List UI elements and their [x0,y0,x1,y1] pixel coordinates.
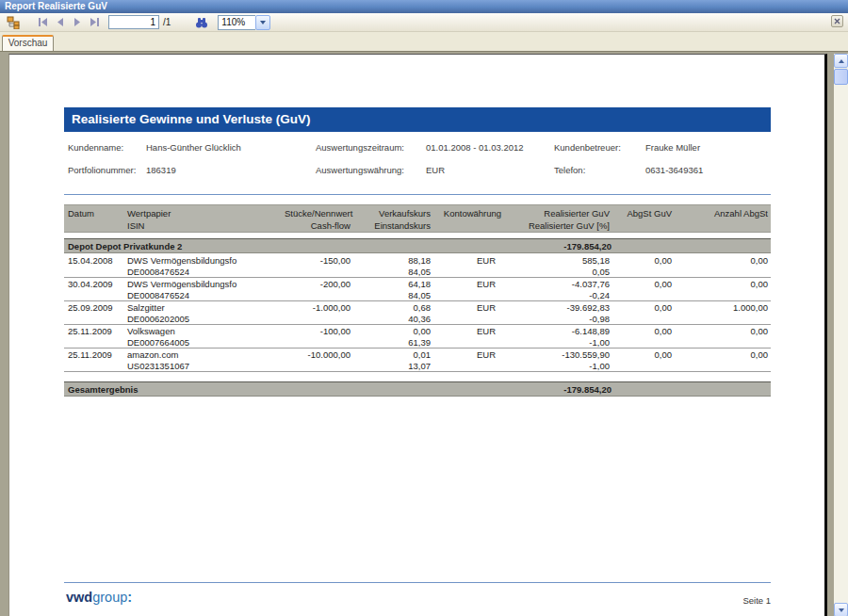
cell-guv: 585,18 [513,255,610,267]
page-total-label: /1 [163,17,171,27]
cell-anzahl: 1.000,00 [674,302,768,314]
cell-einstandskurs: 84,05 [352,290,431,300]
toolbar: /1 110% [0,13,848,32]
cell-isin: DE0006202005 [127,314,285,324]
zoom-value: 110% [218,15,255,30]
tab-bar: Vorschau [0,32,848,51]
cell-guv: -130.559,90 [513,349,610,361]
table-rows: 15.04.2008 DWS VermögensbildungsfoDE0008… [64,254,771,372]
cell-anzahl: 0,00 [674,326,768,337]
kundenbetreuer-label: Kundenbetreuer: [554,142,621,153]
tab-vorschau[interactable]: Vorschau [2,35,54,51]
page-number-input[interactable] [108,15,159,29]
cell-verkaufskurs: 0,01 [352,349,431,361]
cell-verkaufskurs: 0,68 [352,302,431,314]
table-row: 25.11.2009 VolkswagenDE0007664005 -100,0… [64,325,771,349]
cell-verkaufskurs: 64,18 [352,279,431,290]
cell-waehrung: EUR [432,279,496,290]
window-title: Report Realisierte GuV [5,1,107,11]
telefon-label: Telefon: [554,165,585,175]
cell-verkaufskurs: 88,18 [352,255,431,267]
cell-wertpapier: DWS Vermögensbildungsfo [127,279,285,290]
kundenname-value: Hans-Günther Glücklich [146,142,241,153]
cell-datum: 25.09.2009 [68,302,122,314]
cell-isin: DE0008476524 [127,290,285,300]
report-info-row-1: Kundenname: Hans-Günther Glücklich Auswe… [64,142,771,154]
report-footer: vwdgroup: Seite 1 [64,588,771,608]
auswertungswaehrung-value: EUR [426,165,445,175]
cell-guv-pct: -1,00 [513,337,610,348]
cell-wertpapier: Volkswagen [127,326,285,337]
scrollbar-thumb[interactable] [834,69,848,85]
cell-abgst: 0,00 [612,302,672,314]
window-title-bar: Report Realisierte GuV [0,0,848,13]
zoom-select[interactable]: 110% [218,15,270,30]
cell-stuecke: -10.000,00 [285,349,351,361]
report-title: Realisierte Gewinne und Verluste (GuV) [72,112,311,126]
portfolionummer-label: Portfolionummer: [68,165,136,175]
cell-abgst: 0,00 [612,326,672,337]
cell-waehrung: EUR [432,302,496,314]
chevron-down-icon [839,608,844,612]
scroll-down-button[interactable] [834,603,848,616]
cell-guv-pct: -1,00 [513,361,610,371]
cell-isin: US0231351067 [127,361,285,371]
cell-einstandskurs: 84,05 [352,267,431,277]
table-header: Datum Wertpapier ISIN Stücke/Nennwert Ca… [64,204,771,233]
vertical-scrollbar[interactable] [834,54,848,616]
first-page-button[interactable] [35,14,52,31]
cell-einstandskurs: 40,36 [352,314,431,324]
report-title-bar: Realisierte Gewinne und Verluste (GuV) [64,107,771,132]
last-page-icon [90,18,99,26]
next-page-button[interactable] [69,14,86,31]
cell-guv: -4.037,76 [513,279,610,290]
cell-verkaufskurs: 0,00 [352,326,431,337]
cell-guv-pct: 0,05 [513,267,610,277]
footer-divider-line [64,582,771,583]
close-button[interactable] [831,15,843,27]
cell-waehrung: EUR [432,349,496,361]
cell-datum: 25.11.2009 [68,326,122,337]
preview-panel: Realisierte Gewinne und Verluste (GuV) K… [0,51,848,616]
table-row: 15.04.2008 DWS VermögensbildungsfoDE0008… [64,254,771,278]
col-header-verkaufskurs: Verkaufskurs Einstandskurs [352,205,432,232]
next-page-icon [73,18,81,26]
cell-guv-pct: -0,24 [513,290,610,300]
cell-abgst: 0,00 [612,255,672,267]
vwd-group-logo: vwdgroup: [66,590,132,605]
cell-stuecke: -150,00 [285,255,351,267]
group-tree-toggle-button[interactable] [3,14,24,31]
cell-guv: -6.148,89 [513,326,610,337]
cell-guv: -39.692,83 [513,302,610,314]
last-page-button[interactable] [86,14,103,31]
cell-stuecke: -200,00 [285,279,351,290]
scroll-up-button[interactable] [834,54,848,68]
col-header-kontowaehrung: Kontowährung [432,205,513,232]
auswertungszeitraum-value: 01.01.2008 - 01.03.2012 [426,142,524,153]
table-row: 25.09.2009 SalzgitterDE0006202005 -1.000… [64,301,771,325]
boxed-x-icon [834,18,840,24]
previous-page-button[interactable] [52,14,69,31]
cell-isin: DE0007664005 [127,337,285,348]
cell-wertpapier: amazon.com [127,349,285,361]
search-button[interactable] [191,14,212,31]
previous-page-icon [57,18,64,26]
cell-datum: 15.04.2008 [68,255,122,267]
telefon-value: 0631-3649361 [645,165,703,175]
group-header-row: Depot Depot Privatkunde 2 -179.854,20 [64,238,771,253]
cell-datum: 30.04.2009 [68,279,122,290]
col-header-anzahl: Anzahl AbgSt [674,205,771,232]
cell-datum: 25.11.2009 [68,349,122,361]
zoom-dropdown-button[interactable] [255,15,270,30]
binoculars-icon [195,17,208,28]
tab-label: Vorschau [8,38,48,48]
col-header-stuecke: Stücke/Nennwert Cash-flow [285,205,352,232]
page-number-label: Seite 1 [742,595,771,606]
chevron-down-icon [260,21,266,24]
cell-stuecke: -100,00 [285,326,351,337]
cell-abgst: 0,00 [612,279,672,290]
group-tree-icon [7,16,21,29]
group-total: -179.854,20 [563,239,612,253]
portfolionummer-value: 186319 [146,165,176,175]
cell-wertpapier: DWS Vermögensbildungsfo [127,255,285,267]
